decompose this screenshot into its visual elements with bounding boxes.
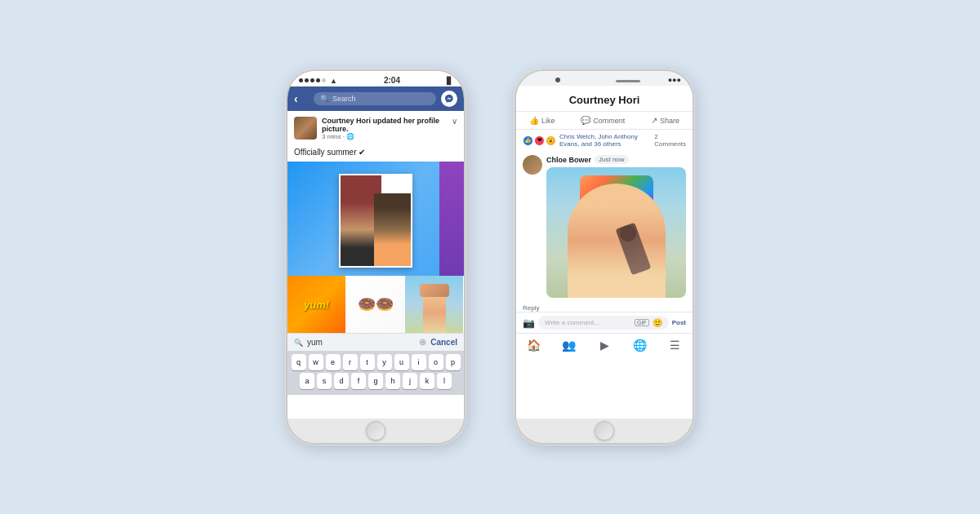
speaker — [616, 80, 640, 82]
nav-home[interactable]: 🏠 — [516, 339, 551, 352]
share-button[interactable]: ↗ Share — [651, 116, 679, 125]
reaction-names[interactable]: Chris Welch, John Anthony Evans, and 36 … — [559, 133, 654, 148]
kid-figure-big — [568, 184, 666, 298]
reaction-summary: 👍 ❤ 😮 Chris Welch, John Anthony Evans, a… — [523, 133, 654, 148]
keyboard-row-1: q w e r t y u i o p — [289, 354, 462, 370]
back-button[interactable]: ‹ — [294, 92, 309, 105]
key-t[interactable]: t — [360, 354, 375, 370]
key-l[interactable]: l — [437, 373, 452, 389]
wow-reaction-icon: 😮 — [546, 135, 556, 146]
status-spacer: ●●● — [668, 76, 681, 84]
comment-block: Chloe Bower Just now — [516, 151, 693, 302]
nav-menu[interactable]: ☰ — [657, 339, 693, 352]
keyboard-row-2: a s d f g h j k l — [289, 373, 462, 389]
post-text: Officially summer ✔ — [287, 146, 464, 162]
home-area-phone2 — [516, 419, 693, 443]
key-o[interactable]: o — [429, 354, 443, 370]
search-icon: 🔍 — [320, 95, 329, 103]
key-q[interactable]: q — [292, 354, 306, 370]
search-bar[interactable]: 🔍 Search — [314, 92, 436, 105]
key-p[interactable]: p — [446, 354, 461, 370]
like-label: Like — [541, 117, 555, 125]
comment-label: Comment — [593, 117, 625, 125]
battery-icon: ▊ — [447, 77, 452, 85]
key-r[interactable]: r — [343, 354, 358, 370]
comment-placeholder: Write a comment... — [545, 319, 599, 326]
messenger-button[interactable] — [441, 91, 457, 107]
share-icon: ↗ — [651, 116, 657, 125]
key-g[interactable]: g — [368, 373, 383, 389]
home-button-phone2[interactable] — [595, 421, 614, 441]
keyboard: q w e r t y u i o p a s d f g h j k l — [287, 351, 464, 395]
key-f[interactable]: f — [351, 373, 366, 389]
share-label: Share — [660, 117, 679, 125]
post-time: 3 mins · 🌐 — [322, 133, 354, 140]
home-area — [287, 419, 464, 443]
gif-search-input[interactable]: yum — [307, 338, 415, 347]
post-chevron-icon[interactable]: ∨ — [452, 117, 457, 126]
comment-input-field[interactable]: Write a comment... GIF 🙂 — [538, 316, 669, 330]
comment-content: Chloe Bower Just now — [546, 155, 686, 298]
thumb-kid[interactable] — [405, 276, 464, 333]
like-button[interactable]: 👍 Like — [529, 116, 555, 125]
status-time: 2:04 — [384, 76, 400, 85]
post-main-image — [287, 162, 464, 276]
user-avatar — [294, 117, 317, 140]
gif-clear-button[interactable]: ⊗ — [419, 337, 426, 348]
love-reaction-icon: ❤ — [534, 135, 545, 146]
post-image-collage[interactable] — [287, 162, 464, 276]
key-j[interactable]: j — [403, 373, 417, 389]
post-actions-bar: 👍 Like 💬 Comment ↗ Share — [516, 112, 693, 130]
phone-1: ▲ 2:04 ▊ ‹ 🔍 Search Courtney Hori up — [286, 69, 466, 445]
key-w[interactable]: w — [309, 354, 323, 370]
gif-button[interactable]: GIF — [635, 319, 649, 326]
post-button[interactable]: Post — [672, 319, 686, 326]
comment-icon: 💬 — [581, 116, 590, 125]
fb-navbar: ‹ 🔍 Search — [287, 86, 464, 111]
nav-globe[interactable]: 🌐 — [622, 339, 657, 352]
post-meta: 3 mins · 🌐 — [322, 133, 447, 140]
post-info: Courtney Hori updated her profile pictur… — [322, 117, 447, 140]
comment-timestamp: Just now — [595, 155, 629, 164]
key-k[interactable]: k — [420, 373, 434, 389]
search-placeholder: Search — [332, 95, 356, 103]
reply-link[interactable]: Reply — [516, 304, 693, 312]
status-bar-phone1: ▲ 2:04 ▊ — [287, 71, 464, 86]
key-i[interactable]: i — [412, 354, 426, 370]
thumb-yum[interactable]: yum! — [287, 276, 346, 333]
comment-count[interactable]: 2 Comments — [654, 133, 686, 148]
key-a[interactable]: a — [300, 373, 314, 389]
key-d[interactable]: d — [334, 373, 349, 389]
emoji-button[interactable]: 🙂 — [653, 318, 662, 327]
status-bar-phone2: ●●● — [516, 71, 693, 86]
wifi-icon: ▲ — [330, 77, 337, 85]
key-u[interactable]: u — [394, 354, 409, 370]
comment-photo[interactable] — [546, 167, 686, 298]
reaction-icons: 👍 ❤ 😮 — [523, 135, 556, 146]
phone1-screen: ‹ 🔍 Search Courtney Hori updated her pro… — [287, 86, 464, 419]
key-s[interactable]: s — [317, 373, 332, 389]
key-h[interactable]: h — [385, 373, 400, 389]
key-y[interactable]: y — [377, 354, 392, 370]
comment-button[interactable]: 💬 Comment — [581, 116, 625, 125]
signal-dots: ▲ — [299, 77, 337, 85]
messenger-icon — [444, 94, 454, 104]
comment-input-bar: 📷 Write a comment... GIF 🙂 Post — [516, 312, 693, 333]
page-title: Courtney Hori — [516, 86, 693, 112]
like-reaction-icon: 👍 — [523, 135, 533, 146]
reactions-row: 👍 ❤ 😮 Chris Welch, John Anthony Evans, a… — [516, 130, 693, 151]
nav-video[interactable]: ▶ — [586, 339, 621, 352]
camera-button[interactable]: 📷 — [523, 317, 535, 329]
gif-search-bar[interactable]: 🔍 yum ⊗ Cancel — [287, 333, 464, 351]
key-e[interactable]: e — [326, 354, 341, 370]
home-button[interactable] — [366, 421, 385, 441]
gif-search-icon: 🔍 — [294, 339, 303, 347]
gif-cancel-button[interactable]: Cancel — [430, 338, 457, 347]
profile-photo-card — [339, 174, 412, 268]
thumb-donuts[interactable]: 🍩🍩 — [346, 276, 405, 333]
commenter-avatar — [523, 155, 542, 175]
nav-friends[interactable]: 👥 — [551, 339, 586, 352]
commenter-name: Chloe Bower — [546, 156, 591, 164]
camera-dot — [555, 78, 560, 82]
post-user-name: Courtney Hori updated her profile pictur… — [322, 117, 447, 133]
